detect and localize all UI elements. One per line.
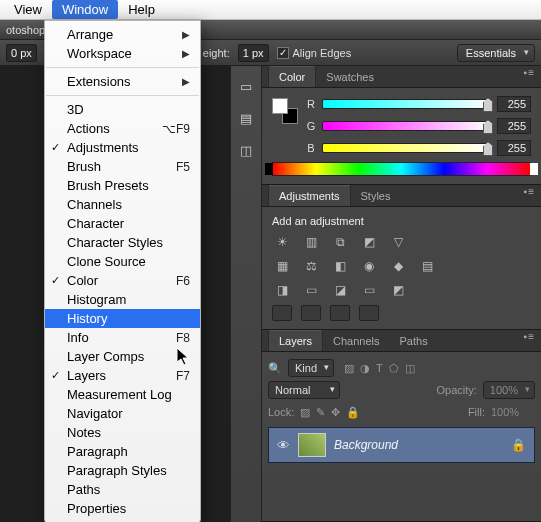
search-icon[interactable]: 🔍 xyxy=(268,362,282,375)
selective-color-icon[interactable]: ◩ xyxy=(388,281,408,299)
menuitem-actions[interactable]: Actions⌥F9 xyxy=(45,119,200,138)
menuitem-channels[interactable]: Channels xyxy=(45,195,200,214)
tab-swatches[interactable]: Swatches xyxy=(316,67,384,87)
menuitem-measurement-log[interactable]: Measurement Log xyxy=(45,385,200,404)
menu-help[interactable]: Help xyxy=(118,0,165,19)
height-field[interactable]: 1 px xyxy=(238,44,269,62)
om-panel-icon[interactable]: ◫ xyxy=(236,140,256,160)
align-edges-checkbox[interactable]: ✓ xyxy=(277,47,289,59)
menuitem-histogram[interactable]: Histogram xyxy=(45,290,200,309)
lock-label: Lock: xyxy=(268,406,294,418)
menuitem-history[interactable]: History xyxy=(45,309,200,328)
menuitem-adjustments[interactable]: ✓Adjustments xyxy=(45,138,200,157)
histogram-panel-icon[interactable]: ▤ xyxy=(236,108,256,128)
window-menu-dropdown: Arrange▶Workspace▶Extensions▶3DActions⌥F… xyxy=(44,20,201,522)
menuitem-brush[interactable]: BrushF5 xyxy=(45,157,200,176)
svg-marker-0 xyxy=(177,348,188,365)
lookup-icon[interactable]: ▤ xyxy=(417,257,437,275)
menu-window[interactable]: Window xyxy=(52,0,118,19)
b-slider[interactable] xyxy=(322,143,491,153)
menuitem-notes[interactable]: Notes xyxy=(45,423,200,442)
menuitem-character[interactable]: Character xyxy=(45,214,200,233)
layer-lock-icon: 🔒 xyxy=(511,438,526,452)
menuitem-color[interactable]: ✓ColorF6 xyxy=(45,271,200,290)
brightness-icon[interactable]: ☀ xyxy=(272,233,292,251)
layer-thumbnail[interactable] xyxy=(298,433,326,457)
layer-row-background[interactable]: 👁 Background 🔒 xyxy=(268,427,535,463)
filter-adjust-icon[interactable]: ◑ xyxy=(360,362,370,375)
levels-icon[interactable]: ▥ xyxy=(301,233,321,251)
lock-position-icon[interactable]: ✥ xyxy=(331,406,340,419)
filter-smart-icon[interactable]: ◫ xyxy=(405,362,415,375)
workspace-switcher[interactable]: Essentials xyxy=(457,44,535,62)
opacity-field[interactable]: 100% xyxy=(483,381,535,399)
threshold-icon[interactable]: ◪ xyxy=(330,281,350,299)
posterize-icon[interactable]: ▭ xyxy=(301,281,321,299)
colbalance-icon[interactable]: ⚖ xyxy=(301,257,321,275)
tab-adjustments[interactable]: Adjustments xyxy=(268,185,351,206)
panel-stack: Color Swatches ▪≡ R 255 xyxy=(262,66,541,522)
app-name-partial: otoshop xyxy=(6,24,45,36)
hue-icon[interactable]: ▦ xyxy=(272,257,292,275)
adj-preset-2[interactable] xyxy=(301,305,321,321)
menuitem-properties[interactable]: Properties xyxy=(45,499,200,518)
menuitem-workspace[interactable]: Workspace▶ xyxy=(45,44,200,63)
r-value[interactable]: 255 xyxy=(497,96,531,112)
filter-type-icon[interactable]: T xyxy=(376,362,383,375)
mouse-cursor xyxy=(177,348,193,368)
menuitem-info[interactable]: InfoF8 xyxy=(45,328,200,347)
menu-view[interactable]: View xyxy=(4,0,52,19)
adj-preset-3[interactable] xyxy=(330,305,350,321)
width-field[interactable]: 0 px xyxy=(6,44,37,62)
filter-shape-icon[interactable]: ⬠ xyxy=(389,362,399,375)
menuitem-arrange[interactable]: Arrange▶ xyxy=(45,25,200,44)
tab-paths[interactable]: Paths xyxy=(390,331,438,351)
gradient-map-icon[interactable]: ▭ xyxy=(359,281,379,299)
menuitem-navigator[interactable]: Navigator xyxy=(45,404,200,423)
adj-preset-1[interactable] xyxy=(272,305,292,321)
filter-kind-dropdown[interactable]: Kind xyxy=(288,359,334,377)
channel-mixer-icon[interactable]: ◆ xyxy=(388,257,408,275)
menuitem-layers[interactable]: ✓LayersF7 xyxy=(45,366,200,385)
g-value[interactable]: 255 xyxy=(497,118,531,134)
filter-pixel-icon[interactable]: ▨ xyxy=(344,362,354,375)
lock-all-icon[interactable]: 🔒 xyxy=(346,406,360,419)
menuitem-paragraph[interactable]: Paragraph xyxy=(45,442,200,461)
r-slider[interactable] xyxy=(322,99,491,109)
blend-mode-dropdown[interactable]: Normal xyxy=(268,381,340,399)
lock-pixels-icon[interactable]: ✎ xyxy=(316,406,325,419)
r-label: R xyxy=(306,98,316,110)
menuitem-extensions[interactable]: Extensions▶ xyxy=(45,72,200,91)
menuitem-paragraph-styles[interactable]: Paragraph Styles xyxy=(45,461,200,480)
curves-icon[interactable]: ⧉ xyxy=(330,233,350,251)
b-value[interactable]: 255 xyxy=(497,140,531,156)
tab-color[interactable]: Color xyxy=(268,66,316,87)
tab-styles[interactable]: Styles xyxy=(351,186,401,206)
exposure-icon[interactable]: ◩ xyxy=(359,233,379,251)
visibility-eye-icon[interactable]: 👁 xyxy=(277,438,290,453)
menuitem-paths[interactable]: Paths xyxy=(45,480,200,499)
menuitem-brush-presets[interactable]: Brush Presets xyxy=(45,176,200,195)
panel-menu-icon[interactable]: ▪≡ xyxy=(524,71,535,74)
menuitem-3d[interactable]: 3D xyxy=(45,100,200,119)
g-slider[interactable] xyxy=(322,121,491,131)
lock-transparent-icon[interactable]: ▨ xyxy=(300,406,310,419)
adj-preset-4[interactable] xyxy=(359,305,379,321)
photo-filter-icon[interactable]: ◉ xyxy=(359,257,379,275)
tab-channels[interactable]: Channels xyxy=(323,331,389,351)
tab-layers[interactable]: Layers xyxy=(268,330,323,351)
bw-icon[interactable]: ◧ xyxy=(330,257,350,275)
foreground-color-swatch[interactable] xyxy=(272,98,288,114)
vibrance-icon[interactable]: ▽ xyxy=(388,233,408,251)
canvas-area xyxy=(0,66,30,522)
fill-field[interactable]: 100% xyxy=(491,406,535,418)
invert-icon[interactable]: ◨ xyxy=(272,281,292,299)
panel-menu-icon[interactable]: ▪≡ xyxy=(524,335,535,338)
menuitem-clone-source[interactable]: Clone Source xyxy=(45,252,200,271)
mb-panel-icon[interactable]: ▭ xyxy=(236,76,256,96)
foreground-background-swatch[interactable] xyxy=(272,98,298,124)
panel-menu-icon[interactable]: ▪≡ xyxy=(524,190,535,193)
color-ramp[interactable] xyxy=(272,162,531,176)
menuitem-character-styles[interactable]: Character Styles xyxy=(45,233,200,252)
layer-name[interactable]: Background xyxy=(334,438,398,452)
